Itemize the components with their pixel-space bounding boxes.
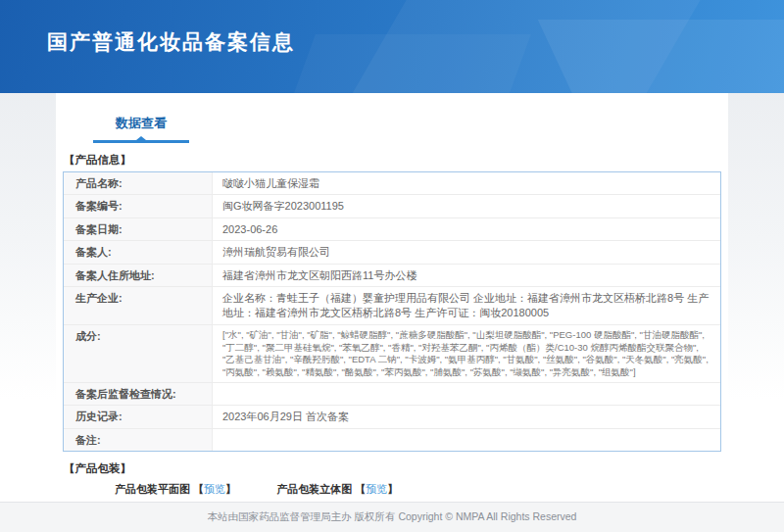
section-title-product-info: 【产品信息】 [64, 153, 728, 168]
row-value-ingredients: ["水", "矿油", "甘油", "矿脂", "鲸蜡硬脂醇", "蔗糖多硬脂酸… [213, 325, 720, 382]
table-row: 历史记录: 2023年06月29日 首次备案 [64, 406, 720, 428]
copyright-text: 本站由国家药品监督管理局主办 版权所有 Copyright © NMPA All… [208, 510, 577, 524]
row-label: 成分: [64, 325, 213, 382]
bracket-close: 】 [387, 483, 398, 495]
row-value: 企业名称：青蛙王子（福建）婴童护理用品有限公司 企业地址：福建省漳州市龙文区梧桥… [213, 287, 720, 324]
content-card: 数据查看 【产品信息】 产品名称: 啵啵小猫儿童保湿霜 备案编号: 闽G妆网备字… [56, 93, 728, 502]
page-title: 国产普通化妆品备案信息 [47, 28, 295, 56]
row-value [213, 429, 720, 451]
bracket-open: 【 [355, 483, 366, 495]
bracket-close: 】 [225, 483, 236, 495]
row-label: 备案编号: [64, 195, 213, 217]
table-row: 备案人: 漳州瑞航贸易有限公司 [64, 241, 720, 264]
header-decoration [272, 34, 531, 93]
section-title-packaging: 【产品包装】 [64, 461, 728, 476]
preview-link-stereo[interactable]: 预览 [366, 483, 387, 495]
row-value: 闽G妆网备字2023001195 [213, 195, 720, 217]
tab-active-underline [93, 140, 189, 143]
bracket-open: 【 [193, 483, 204, 495]
page-footer: 本站由国家药品监督管理局主办 版权所有 Copyright © NMPA All… [0, 502, 784, 532]
row-label: 备案后监督检查情况: [64, 383, 213, 405]
row-label: 备注: [64, 429, 213, 451]
page: 国产普通化妆品备案信息 数据查看 【产品信息】 产品名称: 啵啵小猫儿童保湿霜 … [0, 0, 784, 532]
row-label: 生产企业: [64, 287, 213, 324]
table-row: 生产企业: 企业名称：青蛙王子（福建）婴童护理用品有限公司 企业地址：福建省漳州… [64, 287, 720, 325]
header-decoration [538, 20, 784, 93]
packaging-row: 产品包装平面图 【预览】 产品包装立体图 【预览】 [115, 482, 728, 497]
product-info-table: 产品名称: 啵啵小猫儿童保湿霜 备案编号: 闽G妆网备字2023001195 备… [63, 171, 721, 452]
row-label: 历史记录: [64, 406, 213, 427]
row-value: 漳州瑞航贸易有限公司 [213, 241, 720, 263]
table-row: 产品名称: 啵啵小猫儿童保湿霜 [64, 172, 720, 195]
row-label: 备案人住所地址: [64, 265, 213, 286]
table-row: 备案日期: 2023-06-26 [64, 218, 720, 241]
row-value: 福建省漳州市龙文区朝阳西路11号办公楼 [213, 265, 720, 286]
row-value: 2023年06月29日 首次备案 [213, 406, 720, 427]
row-value [213, 383, 720, 405]
table-row: 备案人住所地址: 福建省漳州市龙文区朝阳西路11号办公楼 [64, 265, 720, 287]
table-row: 备注: [64, 429, 720, 451]
tab-bar: 数据查看 [56, 93, 728, 143]
row-value: 啵啵小猫儿童保湿霜 [213, 172, 720, 194]
row-label: 备案日期: [64, 218, 213, 240]
page-header: 国产普通化妆品备案信息 [0, 0, 784, 93]
tab-data-view-label: 数据查看 [93, 115, 189, 132]
table-row: 成分: ["水", "矿油", "甘油", "矿脂", "鲸蜡硬脂醇", "蔗糖… [64, 325, 720, 383]
tab-data-view[interactable]: 数据查看 [93, 115, 189, 143]
packaging-flat-label: 产品包装平面图 [115, 483, 190, 495]
row-label: 备案人: [64, 241, 213, 263]
packaging-stereo-label: 产品包装立体图 [276, 483, 352, 495]
packaging-flat-item: 产品包装平面图 【预览】 [115, 482, 236, 497]
table-row: 备案后监督检查情况: [64, 383, 720, 406]
main-area: 数据查看 【产品信息】 产品名称: 啵啵小猫儿童保湿霜 备案编号: 闽G妆网备字… [0, 93, 784, 502]
table-row: 备案编号: 闽G妆网备字2023001195 [64, 195, 720, 218]
row-label: 产品名称: [64, 172, 213, 194]
row-value: 2023-06-26 [213, 218, 720, 240]
packaging-stereo-item: 产品包装立体图 【预览】 [276, 482, 398, 497]
preview-link-flat[interactable]: 预览 [204, 483, 225, 495]
